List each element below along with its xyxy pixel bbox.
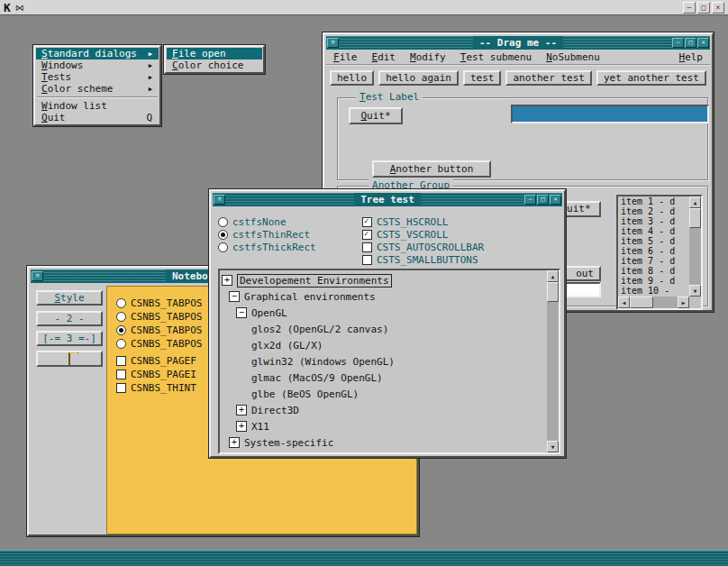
toolbar-button-hello[interactable]: hello — [330, 70, 374, 86]
tree-row[interactable]: − Graphical environments — [229, 288, 376, 305]
menu-edit[interactable]: Edit — [365, 51, 404, 63]
list-item[interactable]: item 7 - d — [618, 256, 689, 266]
list-item[interactable]: item 8 - d — [618, 266, 689, 276]
expander-icon[interactable]: + — [222, 275, 232, 286]
checkbox-checked[interactable] — [362, 217, 372, 227]
checkbox[interactable] — [116, 383, 126, 393]
expander-icon[interactable]: + — [236, 421, 247, 432]
expander-icon[interactable]: − — [229, 291, 240, 302]
tree-row[interactable]: + X11 — [236, 418, 269, 434]
close-icon[interactable]: × — [712, 2, 724, 14]
close-icon[interactable]: × — [550, 195, 561, 205]
menu-item-quit[interactable]: Quit Q — [36, 112, 159, 123]
scrollbar-thumb[interactable] — [547, 282, 559, 302]
menu-item-file-open[interactable]: File open — [167, 48, 262, 59]
tree-label[interactable]: X11 — [251, 421, 269, 433]
maximize-icon[interactable]: □ — [685, 38, 696, 48]
tree-row[interactable]: + Developement Environments — [222, 272, 392, 288]
horizontal-scrollbar[interactable]: ◀ ▶ — [618, 297, 689, 308]
menu-modify[interactable]: Modify — [403, 51, 453, 63]
tree-row[interactable]: − OpenGL — [236, 305, 287, 321]
list-item[interactable]: item 9 - d — [618, 276, 689, 286]
minimize-icon[interactable]: – — [672, 38, 684, 48]
radio-button[interactable] — [218, 242, 228, 252]
radio-button[interactable] — [218, 217, 228, 227]
system-menu-icon[interactable]: ≡ — [327, 38, 339, 48]
menu-help[interactable]: Help — [672, 51, 711, 63]
checkbox[interactable] — [116, 370, 126, 379]
menu-item-window-list[interactable]: Window list — [36, 100, 159, 112]
menu-test-submenu[interactable]: Test submenu — [453, 51, 539, 63]
menu-file[interactable]: File — [326, 51, 365, 63]
dragme-titlebar[interactable]: ≡ -- Drag me -- – □ × — [326, 36, 710, 50]
checkbox[interactable] — [362, 242, 372, 252]
scroll-up-icon[interactable]: ▲ — [689, 196, 701, 208]
radio-button[interactable] — [116, 298, 126, 308]
scroll-down-icon[interactable]: ▼ — [547, 441, 559, 452]
tree-titlebar[interactable]: ≡ Tree test – □ × — [213, 193, 562, 206]
system-menu-icon[interactable]: ≡ — [214, 195, 225, 205]
scroll-up-icon[interactable]: ▲ — [547, 270, 559, 282]
maximize-icon[interactable]: □ — [697, 2, 710, 14]
scroll-left-icon[interactable]: ◀ — [618, 297, 630, 308]
menu-nosubmenu[interactable]: NoSubmenu — [539, 51, 607, 63]
toolbar-button-another-test[interactable]: another test — [505, 70, 591, 86]
toolbar-button-yet-another-test[interactable]: yet another test — [596, 70, 706, 86]
scrollbar-thumb[interactable] — [630, 297, 653, 308]
scrollbar-thumb[interactable] — [689, 208, 701, 228]
tree-row[interactable]: glmac (MacOS/9 OpenGL) — [251, 370, 383, 386]
another-button[interactable]: Another button — [372, 160, 491, 178]
minimize-icon[interactable]: – — [524, 195, 536, 205]
tree-label[interactable]: glwin32 (Windows OpenGL) — [251, 356, 395, 368]
menu-item-color-choice[interactable]: Color choice — [167, 59, 262, 71]
tree-label[interactable]: OpenGL — [251, 307, 287, 319]
menu-item-tests[interactable]: Tests ▶ — [36, 71, 159, 83]
taskbar[interactable] — [0, 550, 728, 566]
minimize-icon[interactable]: – — [683, 2, 696, 14]
expander-icon[interactable]: − — [236, 307, 247, 318]
menu-item-standard-dialogs[interactable]: Standard dialogs ▶ — [36, 48, 159, 59]
checkbox[interactable] — [362, 255, 372, 265]
list-item[interactable]: item 6 - d — [618, 246, 689, 256]
toolbar-button-test[interactable]: test — [463, 70, 502, 86]
checkbox[interactable] — [116, 356, 126, 366]
tree-row[interactable]: glbe (BeOS OpenGL) — [251, 386, 359, 402]
radio-button[interactable] — [116, 339, 126, 349]
scrollbar-track[interactable] — [689, 208, 701, 285]
scroll-down-icon[interactable]: ▼ — [689, 285, 701, 297]
tree-label[interactable]: Graphical environments — [244, 291, 376, 303]
toolbar-button-hello-again[interactable]: hello again — [378, 70, 459, 86]
tree-label-focused[interactable]: Developement Environments — [237, 274, 392, 288]
quit-button[interactable]: Quit* — [349, 107, 403, 124]
list-item[interactable]: item 5 - d — [618, 236, 689, 246]
tree-label[interactable]: glmac (MacOS/9 OpenGL) — [251, 372, 383, 384]
tree-label[interactable]: glos2 (OpenGL/2 canvas) — [251, 324, 388, 335]
app-logo[interactable]: K — [4, 1, 11, 14]
list-item[interactable]: item 4 - d — [618, 226, 689, 236]
maximize-icon[interactable]: □ — [537, 195, 549, 205]
tree-row[interactable]: + Direct3D — [236, 402, 299, 418]
tree-row[interactable]: + System-specific — [229, 434, 333, 451]
tab-2[interactable]: - 2 - — [36, 311, 103, 326]
tab-style[interactable]: Style — [36, 290, 103, 306]
scrollbar-track[interactable] — [547, 282, 559, 441]
tree-label[interactable]: glx2d (GL/X) — [251, 340, 323, 351]
expander-icon[interactable]: + — [229, 437, 240, 448]
list-item[interactable]: item 2 - d — [618, 206, 689, 216]
checkbox-checked[interactable] — [362, 230, 372, 240]
list-item[interactable]: item 1 - d — [618, 196, 689, 206]
vertical-scrollbar[interactable]: ▲ ▼ — [689, 196, 701, 297]
system-menu-icon[interactable]: ≡ — [32, 271, 43, 281]
menu-item-windows[interactable]: Windows ▶ — [36, 59, 159, 71]
close-icon[interactable]: × — [697, 38, 709, 48]
tab-folder[interactable] — [36, 351, 103, 367]
tree-label[interactable]: System-specific — [244, 437, 333, 449]
list-item[interactable]: item 10 - — [618, 286, 689, 296]
scrollbar-track[interactable] — [630, 297, 678, 308]
tree-label[interactable]: glbe (BeOS OpenGL) — [251, 388, 359, 400]
expander-icon[interactable]: + — [236, 405, 247, 415]
tab-3[interactable]: [-= 3 =-] — [36, 331, 103, 346]
tree-row[interactable]: glwin32 (Windows OpenGL) — [251, 353, 395, 370]
tree-row[interactable]: glos2 (OpenGL/2 canvas) — [251, 321, 388, 337]
radio-button-selected[interactable] — [218, 230, 228, 240]
